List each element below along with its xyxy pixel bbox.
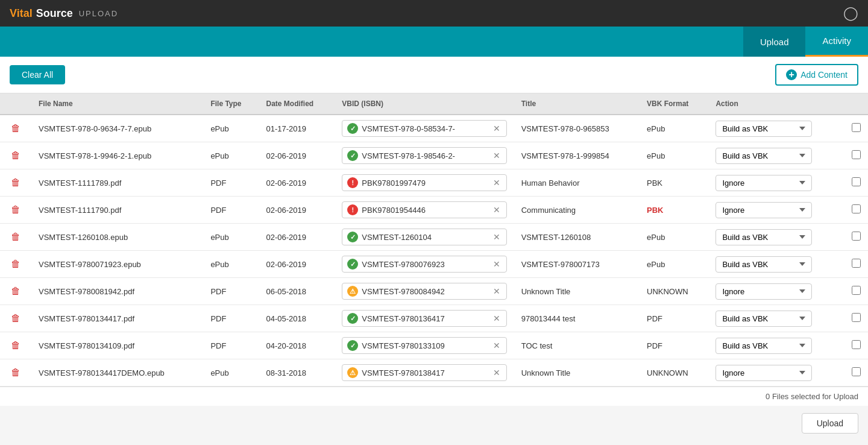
upload-button[interactable]: Upload (802, 413, 858, 434)
vbid-status-icon: ⚠ (347, 367, 358, 378)
row-checkbox[interactable] (852, 204, 861, 213)
delete-button[interactable]: 🗑 (7, 203, 24, 216)
action-cell: Build as VBKIgnore (708, 197, 844, 224)
row-checkbox[interactable] (852, 367, 861, 376)
table-row: 🗑 VSMTEST-1260108.epub ePub 02-06-2019 ✓… (0, 224, 868, 251)
vbid-clear-button[interactable]: ✕ (492, 314, 502, 323)
add-content-label: Add Content (800, 70, 848, 80)
vbid-status-icon: ✓ (347, 150, 358, 161)
table-row: 🗑 VSMTEST-9780134109.pdf PDF 04-20-2018 … (0, 332, 868, 359)
action-cell: Build as VBKIgnore (708, 359, 844, 387)
action-select[interactable]: Build as VBKIgnore (715, 175, 812, 191)
logo-vital: Vital (10, 7, 33, 20)
file-type-cell: PDF (203, 278, 259, 305)
date-modified-cell: 01-17-2019 (259, 115, 335, 142)
delete-button[interactable]: 🗑 (7, 230, 24, 244)
row-checkbox[interactable] (852, 123, 861, 132)
row-checkbox[interactable] (852, 286, 861, 295)
delete-button[interactable]: 🗑 (7, 122, 24, 135)
vbid-clear-button[interactable]: ✕ (492, 368, 502, 377)
action-cell: Build as VBKIgnore (708, 332, 844, 359)
delete-button[interactable]: 🗑 (7, 176, 24, 189)
add-content-button[interactable]: + Add Content (775, 64, 858, 86)
title-cell: VSMTEST-1260108 (514, 224, 640, 251)
delete-button[interactable]: 🗑 (7, 285, 24, 298)
row-checkbox[interactable] (852, 340, 861, 349)
action-cell: Build as VBKIgnore (708, 278, 844, 305)
delete-button[interactable]: 🗑 (7, 149, 24, 162)
vbid-clear-button[interactable]: ✕ (492, 232, 502, 242)
delete-button[interactable]: 🗑 (7, 366, 24, 379)
vbid-clear-button[interactable]: ✕ (492, 259, 502, 269)
file-name-cell: VSMTEST-9780134417.pdf (31, 305, 203, 332)
upload-tab[interactable]: Upload (743, 27, 806, 57)
date-modified-cell: 02-06-2019 (259, 251, 335, 278)
date-modified-cell: 06-05-2018 (259, 278, 335, 305)
col-title: Title (514, 93, 640, 115)
file-name-cell: VSMTEST-9780081942.pdf (31, 278, 203, 305)
title-cell: VSMTEST-978-1-999854 (514, 142, 640, 169)
vbid-status-icon: ✓ (347, 123, 358, 134)
action-select[interactable]: Build as VBKIgnore (715, 256, 812, 273)
vbk-format-cell: ePub (640, 224, 708, 251)
vbid-clear-button[interactable]: ✕ (492, 205, 502, 215)
table-row: 🗑 VSMTEST-9780081942.pdf PDF 06-05-2018 … (0, 278, 868, 305)
row-checkbox[interactable] (852, 232, 861, 241)
vbid-clear-button[interactable]: ✕ (492, 341, 502, 350)
title-cell: VSMTEST-978-0-965853 (514, 115, 640, 142)
vbid-clear-button[interactable]: ✕ (492, 178, 502, 188)
vbid-value: VSMTEST-9780133109 (362, 341, 488, 350)
file-name-cell: VSMTEST-978-1-9946-2-1.epub (31, 142, 203, 169)
delete-button[interactable]: 🗑 (7, 312, 24, 325)
action-select[interactable]: Build as VBKIgnore (715, 338, 812, 354)
table-row: 🗑 VSMTEST-9780134417DEMO.epub ePub 08-31… (0, 359, 868, 387)
file-name-cell: VSMTEST-1111789.pdf (31, 169, 203, 197)
action-select[interactable]: Build as VBKIgnore (715, 202, 812, 218)
vbid-value: VSMTEST-978-0-58534-7- (362, 124, 488, 133)
row-checkbox[interactable] (852, 150, 861, 159)
table-row: 🗑 VSMTEST-1111789.pdf PDF 02-06-2019 ! P… (0, 169, 868, 197)
row-checkbox[interactable] (852, 177, 861, 186)
action-select[interactable]: Build as VBKIgnore (715, 311, 812, 327)
col-delete (0, 93, 31, 115)
vbid-clear-button[interactable]: ✕ (492, 286, 502, 296)
date-modified-cell: 02-06-2019 (259, 197, 335, 224)
date-modified-cell: 02-06-2019 (259, 169, 335, 197)
row-checkbox-cell (844, 359, 868, 387)
vbid-clear-button[interactable]: ✕ (492, 151, 502, 160)
vbk-format-cell: ePub (640, 251, 708, 278)
row-checkbox[interactable] (852, 313, 861, 322)
title-cell: Unknown Title (514, 359, 640, 387)
col-checkbox (844, 93, 868, 115)
action-select[interactable]: Build as VBKIgnore (715, 121, 812, 137)
row-checkbox[interactable] (852, 259, 861, 268)
file-type-cell: PDF (203, 332, 259, 359)
title-cell: TOC test (514, 332, 640, 359)
activity-tab[interactable]: Activity (805, 27, 868, 57)
date-modified-cell: 02-06-2019 (259, 224, 335, 251)
row-checkbox-cell (844, 251, 868, 278)
vbid-cell: ✓ VSMTEST-9780136417 ✕ (335, 305, 514, 332)
vbk-format-cell: PDF (640, 332, 708, 359)
vbid-cell: ✓ VSMTEST-978-1-98546-2- ✕ (335, 142, 514, 169)
delete-button[interactable]: 🗑 (7, 257, 24, 271)
action-select[interactable]: Build as VBKIgnore (715, 365, 812, 381)
clear-all-button[interactable]: Clear All (10, 65, 65, 84)
action-select[interactable]: Build as VBKIgnore (715, 148, 812, 164)
vbid-clear-button[interactable]: ✕ (492, 124, 502, 133)
action-select[interactable]: Build as VBKIgnore (715, 229, 812, 245)
vbk-format-cell: UNKNOWN (640, 278, 708, 305)
file-type-cell: PDF (203, 197, 259, 224)
col-datemodified: Date Modified (259, 93, 335, 115)
vbk-format-cell: PBK (640, 169, 708, 197)
action-select[interactable]: Build as VBKIgnore (715, 283, 812, 300)
col-vbkformat: VBK Format (640, 93, 708, 115)
title-cell: Human Behavior (514, 169, 640, 197)
file-name-cell: VSMTEST-9780134417DEMO.epub (31, 359, 203, 387)
delete-button[interactable]: 🗑 (7, 339, 24, 352)
file-table: File Name File Type Date Modified VBID (… (0, 93, 868, 387)
vbid-status-icon: ✓ (347, 313, 358, 324)
user-icon[interactable]: ◯ (843, 5, 858, 21)
plus-icon: + (786, 69, 797, 80)
action-cell: Build as VBKIgnore (708, 115, 844, 142)
